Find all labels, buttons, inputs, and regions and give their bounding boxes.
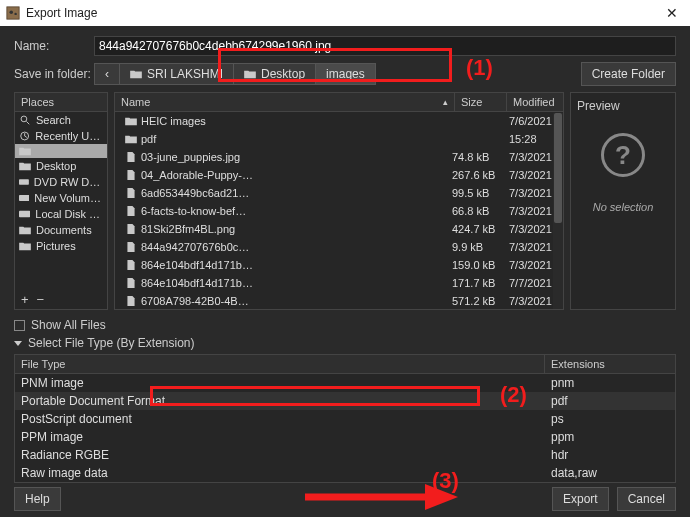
file-row[interactable]: 6-facts-to-know-bef…66.8 kB7/3/2021 — [115, 202, 563, 220]
select-file-type-label: Select File Type (By Extension) — [28, 336, 195, 350]
places-item[interactable]: New Volume (… — [15, 190, 107, 206]
file-size — [446, 120, 498, 122]
file-name: 04_Adorable-Puppy-… — [141, 169, 253, 181]
filename-input[interactable] — [94, 36, 676, 56]
svg-point-3 — [21, 116, 27, 122]
svg-rect-0 — [7, 7, 19, 19]
show-all-files-row[interactable]: Show All Files — [14, 316, 676, 334]
scroll-thumb[interactable] — [554, 113, 562, 223]
file-row[interactable]: 04_Adorable-Puppy-…267.6 kB7/3/2021 — [115, 166, 563, 184]
file-name: HEIC images — [141, 115, 206, 127]
create-folder-button[interactable]: Create Folder — [581, 62, 676, 86]
filename-row: Name: — [14, 36, 676, 56]
file-row[interactable]: 864e104bdf14d171b…159.0 kB7/3/2021 — [115, 256, 563, 274]
places-add-button[interactable]: + — [21, 292, 29, 307]
file-size: 9.9 kB — [446, 240, 498, 254]
cancel-button[interactable]: Cancel — [617, 487, 676, 511]
filetype-name: Raw image data — [15, 464, 545, 482]
file-scrollbar[interactable] — [553, 113, 563, 309]
breadcrumb-item-2[interactable]: images — [315, 63, 376, 85]
file-row[interactable]: 03-june_puppies.jpg74.8 kB7/3/2021 — [115, 148, 563, 166]
svg-rect-8 — [19, 211, 30, 217]
file-row[interactable]: 6ad653449bc6ad21…99.5 kB7/3/2021 — [115, 184, 563, 202]
filetype-row[interactable]: PPM imageppm — [15, 428, 675, 446]
show-all-files-checkbox[interactable] — [14, 320, 25, 331]
places-item-label: Local Disk (C:) — [35, 208, 103, 220]
breadcrumb-item-1[interactable]: Desktop — [233, 63, 316, 85]
places-item[interactable]: Pictures — [15, 238, 107, 254]
file-size: 171.7 kB — [446, 276, 498, 290]
places-item[interactable]: DVD RW Drive… — [15, 174, 107, 190]
filetype-name: PPM image — [15, 428, 545, 446]
places-header[interactable]: Places — [15, 93, 107, 111]
file-row[interactable]: 864e104bdf14d171b…171.7 kB7/7/2021 — [115, 274, 563, 292]
file-size: 267.6 kB — [446, 168, 498, 182]
file-modified: 7/3/2021 — [503, 168, 559, 182]
file-modified: 7/7/2021 — [503, 276, 559, 290]
places-item[interactable]: Documents — [15, 222, 107, 238]
show-all-files-label: Show All Files — [31, 318, 106, 332]
name-label: Name: — [14, 39, 94, 53]
filetype-ext: ps — [545, 410, 675, 428]
file-row[interactable]: HEIC images7/6/2021 — [115, 112, 563, 130]
file-modified: 7/3/2021 — [503, 294, 559, 308]
filetype-ext: hdr — [545, 446, 675, 464]
col-header-name[interactable]: Name▴ — [115, 93, 455, 111]
file-name: 864e104bdf14d171b… — [141, 259, 253, 271]
filetype-row[interactable]: Raw image datadata,raw — [15, 464, 675, 482]
file-row[interactable]: 6708A798-42B0-4B…571.2 kB7/3/2021 — [115, 292, 563, 309]
sort-caret-icon: ▴ — [443, 97, 448, 107]
file-modified: 7/3/2021 — [503, 204, 559, 218]
filetype-row[interactable]: PostScript documentps — [15, 410, 675, 428]
col-header-modified[interactable]: Modified — [507, 93, 563, 111]
no-selection-label: No selection — [593, 201, 654, 213]
window-close-button[interactable]: ✕ — [660, 5, 684, 21]
filetype-col-type[interactable]: File Type — [15, 355, 545, 373]
help-button[interactable]: Help — [14, 487, 61, 511]
places-item[interactable]: Recently Used — [15, 128, 107, 144]
file-modified: 7/3/2021 — [503, 150, 559, 164]
file-name: 6-facts-to-know-bef… — [141, 205, 246, 217]
file-browser-pane: Name▴ Size Modified HEIC images7/6/2021p… — [114, 92, 564, 310]
places-item[interactable]: Local Disk (C:) — [15, 206, 107, 222]
file-type-table: File Type Extensions PNM imagepnmPortabl… — [14, 354, 676, 483]
file-row[interactable]: pdf15:28 — [115, 130, 563, 148]
file-name: 6ad653449bc6ad21… — [141, 187, 249, 199]
file-modified: 7/3/2021 — [503, 222, 559, 236]
filetype-row[interactable]: Portable Document Formatpdf — [15, 392, 675, 410]
filetype-col-ext[interactable]: Extensions — [545, 355, 675, 373]
filetype-name: PNM image — [15, 374, 545, 392]
breadcrumb-back-button[interactable]: ‹ — [94, 63, 120, 85]
file-size: 424.7 kB — [446, 222, 498, 236]
file-row[interactable]: 844a942707676b0c…9.9 kB7/3/2021 — [115, 238, 563, 256]
places-item[interactable] — [15, 144, 107, 158]
places-item-label: DVD RW Drive… — [34, 176, 103, 188]
places-item-label: Desktop — [36, 160, 76, 172]
select-file-type-row[interactable]: Select File Type (By Extension) — [14, 334, 676, 352]
file-list: HEIC images7/6/2021pdf15:2803-june_puppi… — [115, 112, 563, 309]
file-row[interactable]: 81Ski2Bfm4BL.png424.7 kB7/3/2021 — [115, 220, 563, 238]
filetype-row[interactable]: Radiance RGBEhdr — [15, 446, 675, 464]
filetype-ext: pdf — [545, 392, 675, 410]
file-name: 844a942707676b0c… — [141, 241, 249, 253]
breadcrumb-item-0[interactable]: SRI LAKSHMI — [119, 63, 234, 85]
filetype-name: Radiance RGBE — [15, 446, 545, 464]
export-button[interactable]: Export — [552, 487, 609, 511]
places-item[interactable]: Desktop — [15, 158, 107, 174]
window-title: Export Image — [26, 6, 97, 20]
filetype-name: Portable Document Format — [15, 392, 545, 410]
file-modified: 7/3/2021 — [503, 258, 559, 272]
filetype-row[interactable]: PNM imagepnm — [15, 374, 675, 392]
dialog-footer: Help Export Cancel — [0, 487, 690, 511]
preview-pane: Preview ? No selection — [570, 92, 676, 310]
places-item[interactable]: Search — [15, 112, 107, 128]
places-item-label: Pictures — [36, 240, 76, 252]
places-item-label: New Volume (… — [34, 192, 103, 204]
file-modified: 15:28 — [503, 132, 559, 146]
places-item-label: Search — [36, 114, 71, 126]
places-remove-button[interactable]: − — [37, 292, 45, 307]
file-modified: 7/6/2021 — [503, 114, 559, 128]
file-size: 99.5 kB — [446, 186, 498, 200]
col-header-size[interactable]: Size — [455, 93, 507, 111]
places-pane: Places SearchRecently UsedDesktopDVD RW … — [14, 92, 108, 310]
